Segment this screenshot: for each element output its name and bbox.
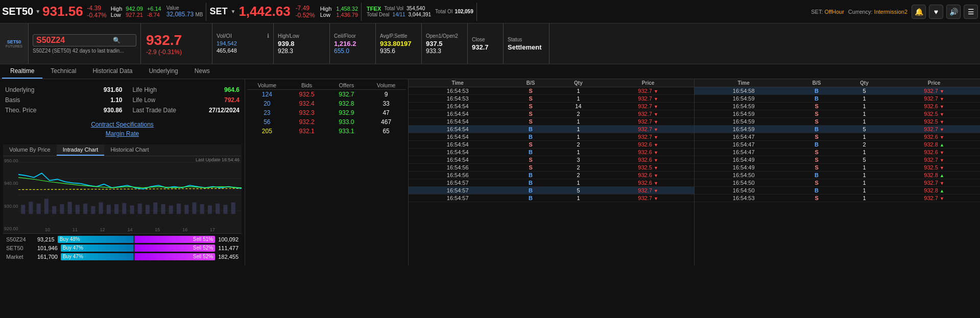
trade-price: 932.6 ▼ [602, 172, 694, 179]
trade-qty: 5 [841, 126, 888, 133]
svg-rect-4 [21, 205, 25, 214]
trade-arrow: ▼ [654, 119, 658, 125]
tfex-label: TFEX [367, 6, 381, 12]
open2-val: 933.3 [426, 47, 463, 55]
trade-bs: S [793, 194, 840, 202]
total-deal-val: 14/11 [393, 12, 405, 17]
trade-arrow: ▼ [940, 181, 944, 186]
vba-ask-3: 932.9 [327, 109, 367, 116]
vba-vol2-3: 47 [366, 109, 406, 116]
trade-qty: 5 [841, 156, 888, 164]
total-deal-label: Total Deal [367, 12, 389, 17]
vba-table: Volume Bids Offers Volume 124 932.5 932.… [245, 79, 409, 265]
s50z24-sell-pct: Sell 51% [193, 236, 213, 242]
main-price: 932.7 [146, 32, 207, 48]
trade-row: 16:54:50 B 1 932.8 ▲ [695, 187, 980, 194]
set50-high-val: 942.09 [126, 6, 143, 12]
vba-row-5: 205 932.1 933.1 65 [247, 127, 406, 136]
x-label-17: 17 [210, 227, 215, 232]
svg-rect-27 [200, 204, 204, 214]
set-name[interactable]: SET [209, 6, 227, 17]
trade-row: 16:54:53 S 1 932.7 ▼ [409, 95, 694, 103]
set50-progress-bar: Buy 47% Sell 52% [61, 244, 215, 252]
trade-time: 16:54:54 [409, 110, 507, 118]
main-tabs: Realtime Technical Historical Data Under… [0, 64, 980, 79]
tab-underlying[interactable]: Underlying [140, 64, 186, 79]
trade-bs: B [507, 187, 554, 194]
life-high-label: Life High [133, 86, 157, 93]
set-change2: -0.52% [296, 12, 315, 19]
vba-ask-5: 933.1 [327, 128, 367, 135]
vba-ask-1: 932.7 [327, 91, 367, 98]
x-label-16: 16 [182, 227, 187, 232]
set50-buy-pct: Buy 47% [63, 245, 83, 251]
trade-price: 932.7 ▼ [888, 179, 980, 187]
symbol-input[interactable] [36, 36, 113, 45]
margin-rate-link[interactable]: Margin Rate [3, 130, 242, 137]
svg-rect-18 [130, 205, 134, 214]
vba-row-4: 56 932.2 933.0 467 [247, 117, 406, 127]
set-dropdown-icon[interactable]: ▼ [231, 9, 236, 14]
tab-news[interactable]: News [186, 64, 218, 79]
symbol-input-row[interactable]: 🔍 [33, 34, 136, 46]
life-high-val: 964.6 [224, 86, 240, 93]
trade-table-header-right: Time B/S Qty Price [695, 79, 980, 87]
trade-row: 16:54:54 S 2 932.7 ▼ [409, 110, 694, 118]
trade-price: 932.7 ▼ [602, 95, 694, 103]
chart-tab-historical[interactable]: Historical Chart [104, 144, 155, 156]
audio-icon[interactable]: 🔊 [946, 5, 961, 19]
vba-header: Volume Bids Offers Volume [247, 81, 406, 90]
set50-changes-extra: +6.14 -8.74 [147, 6, 161, 18]
trade-qty: 2 [555, 172, 602, 179]
th-time-r: Time [695, 79, 793, 87]
trade-time: 16:54:59 [695, 110, 793, 118]
trade-price: 932.7 ▼ [602, 118, 694, 126]
trade-time: 16:54:54 [409, 118, 507, 126]
life-low-val: 792.4 [224, 96, 240, 104]
svg-rect-12 [83, 204, 87, 214]
trade-arrow: ▲ [940, 142, 944, 148]
trade-time: 16:54:59 [695, 126, 793, 133]
hl-label: High/Low [278, 33, 325, 39]
set50-dropdown-icon[interactable]: ▼ [35, 9, 40, 14]
chart-tab-volume[interactable]: Volume By Price [3, 144, 57, 156]
trade-row: 16:54:57 B 1 932.7 ▼ [409, 194, 694, 202]
trade-price: 932.6 ▼ [602, 156, 694, 164]
ceil-val: 1,216.2 [334, 40, 371, 47]
menu-icon[interactable]: ☰ [964, 5, 978, 19]
life-low-row: Life Low 792.4 [123, 95, 240, 105]
trade-table-header-left: Time B/S Qty Price [409, 79, 694, 87]
tab-realtime[interactable]: Realtime [2, 64, 42, 79]
set50-name[interactable]: SET50 [2, 6, 33, 17]
set50-change1: -4.39 [87, 5, 107, 12]
last-trade-label: Last Trade Date [133, 107, 176, 114]
trade-row: 16:54:59 S 1 932.5 ▼ [695, 110, 980, 118]
set-status-val: OffHour [825, 9, 844, 15]
vba-vol2-header: Volume [366, 82, 406, 88]
heart-icon[interactable]: ♥ [929, 5, 943, 19]
chart-tab-intraday[interactable]: Intraday Chart [57, 144, 105, 156]
trade-bs: B [793, 172, 840, 179]
set50-value-num: 32,085.73 MB [166, 11, 203, 18]
trade-bs: S [793, 164, 840, 172]
s50z24-buy-num: 93,215 [37, 236, 55, 242]
tab-historical-data[interactable]: Historical Data [84, 64, 140, 79]
bell-icon[interactable]: 🔔 [912, 5, 926, 19]
contract-spec-link[interactable]: Contract Specifications [3, 121, 242, 128]
trade-bs: S [793, 118, 840, 126]
avg-block: Avg/P.Settle 933.80197 935.6 [376, 23, 422, 64]
x-label-10: 10 [45, 227, 50, 232]
trade-arrow: ▼ [940, 135, 944, 140]
trade-price: 932.7 ▼ [888, 95, 980, 103]
set50-ticker: SET50 ▼ 931.56 -4.39 -0.47% High Low 942… [2, 4, 203, 19]
basis-row: Basis 1.10 [5, 95, 123, 105]
trade-arrow: ▼ [654, 196, 658, 201]
tab-technical[interactable]: Technical [42, 64, 84, 79]
theo-price-label: Theo. Price [5, 107, 36, 114]
search-icon[interactable]: 🔍 [113, 37, 121, 44]
market-sell-pct: Sell 52% [193, 254, 213, 259]
trade-qty: 1 [555, 133, 602, 141]
trade-bs: S [793, 133, 840, 141]
vba-ask-2: 932.8 [327, 100, 367, 107]
trade-time: 16:54:54 [409, 156, 507, 164]
